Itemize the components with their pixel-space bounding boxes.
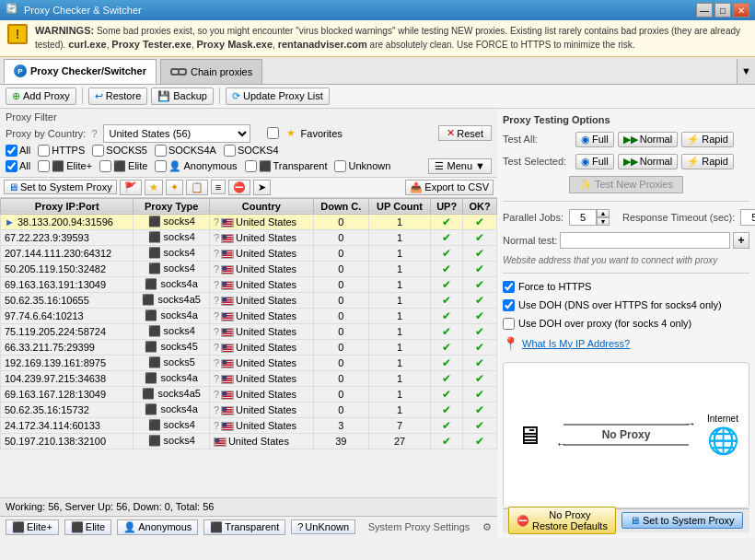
socks5-checkbox[interactable]: SOCKS5 <box>92 145 147 157</box>
filter-section-label: Proxy Filter <box>6 111 57 122</box>
all-checkbox-1[interactable]: All <box>6 145 30 157</box>
update-proxy-button[interactable]: ⟳ Update Proxy List <box>226 88 330 105</box>
test-new-proxies-button[interactable]: ✨ Test New Proxies <box>569 176 683 193</box>
proxy-up-count: 1 <box>369 386 431 402</box>
proxy-ip: 97.74.6.64:10213 <box>1 308 134 323</box>
use-doh-label: Use DOH (DNS over HTTPS for socks4 only) <box>518 299 722 310</box>
no-proxy-restore-btn[interactable]: ⛔ No ProxyRestore Defaults <box>508 507 616 534</box>
table-row[interactable]: 192.169.139.161:8975⬛ socks5? United Sta… <box>1 355 497 370</box>
location-icon: 📍 <box>503 336 518 351</box>
proxy-type: ⬛ socks4 <box>134 261 210 276</box>
proxy-down-count: 0 <box>313 355 368 370</box>
table-row[interactable]: ► 38.133.200.94:31596⬛ socks4? United St… <box>1 214 497 229</box>
elite-bottom-btn[interactable]: ⬛ Elite <box>64 519 111 535</box>
export-csv-button[interactable]: 📤 Export to CSV <box>405 180 494 195</box>
table-row[interactable]: 104.239.97.215:34638⬛ socks4a? United St… <box>1 370 497 386</box>
country-select[interactable]: United States (56) <box>103 124 250 143</box>
anonymous-bottom-btn[interactable]: 👤 Anonymous <box>117 519 198 535</box>
proxy-filter: Proxy Filter Proxy by Country: ? United … <box>0 109 497 178</box>
normal-test-add-btn[interactable]: + <box>733 232 749 249</box>
backup-button[interactable]: 💾 Backup <box>151 88 214 105</box>
close-button[interactable]: ✕ <box>733 3 749 18</box>
doh-proxy-option: Use DOH over proxy (for socks 4 only) <box>503 318 749 330</box>
socks4a-checkbox[interactable]: SOCKS4A <box>155 145 216 157</box>
parallel-down-btn[interactable]: ▼ <box>597 217 610 226</box>
elite-filter[interactable]: ⬛ Elite <box>99 160 147 172</box>
proxy-table-container[interactable]: Proxy IP:Port Proxy Type Country Down C.… <box>0 198 497 497</box>
table-row[interactable]: 50.62.35.16:10655⬛ socks4a5? United Stat… <box>1 292 497 308</box>
test-all-normal-btn[interactable]: ▶▶ Normal <box>618 132 678 147</box>
favorites-checkbox[interactable] <box>267 127 279 139</box>
svg-rect-19 <box>222 256 232 257</box>
elite-plus-bottom-btn[interactable]: ⬛ Elite+ <box>6 519 59 535</box>
elite-plus-filter[interactable]: ⬛ Elite+ <box>38 160 92 172</box>
all-checkbox-2[interactable]: All <box>6 160 30 172</box>
set-system-proxy-button[interactable]: 🖥 Set to System Proxy <box>4 180 117 194</box>
use-doh-checkbox[interactable] <box>503 299 515 311</box>
table-row[interactable]: 69.163.167.128:13049⬛ socks4a5? United S… <box>1 386 497 402</box>
elite-icon: ⬛ <box>71 521 84 533</box>
table-row[interactable]: 50.62.35.16:15732⬛ socks4a? United State… <box>1 402 497 417</box>
warning-icon: ! <box>7 24 28 44</box>
menu-button[interactable]: ☰ Menu ▼ <box>428 158 492 174</box>
proxy-up-status: ✔ <box>431 433 463 449</box>
force-https-checkbox[interactable] <box>503 281 515 293</box>
table-row[interactable]: 97.74.6.64:10213⬛ socks4a? United States… <box>1 308 497 323</box>
proxy-ip: ► 38.133.200.94:31596 <box>1 214 134 229</box>
test-sel-normal-btn[interactable]: ▶▶ Normal <box>618 154 678 169</box>
elite-plus-icon: ⬛ <box>12 521 25 533</box>
table-row[interactable]: 66.33.211.75:29399⬛ socks45? United Stat… <box>1 339 497 355</box>
proxy-country: ? United States <box>209 229 313 245</box>
unknown-filter[interactable]: Unknown <box>334 160 390 172</box>
parallel-up-btn[interactable]: ▲ <box>597 209 610 217</box>
reset-button[interactable]: ✕ Reset <box>438 125 492 141</box>
svg-rect-76 <box>222 376 226 379</box>
parallel-spinner[interactable]: ▲ ▼ <box>569 209 610 226</box>
add-proxy-button[interactable]: ⊕ Add Proxy <box>6 88 76 105</box>
table-row[interactable]: 75.119.205.224:58724⬛ socks4? United Sta… <box>1 323 497 339</box>
list-button[interactable]: ≡ <box>211 180 226 194</box>
tab-proxy-checker[interactable]: P Proxy Checker/Switcher <box>4 59 157 84</box>
maximize-button[interactable]: □ <box>714 3 731 18</box>
svg-rect-46 <box>222 318 232 319</box>
svg-rect-33 <box>222 287 232 288</box>
arrow-button[interactable]: ➤ <box>253 180 271 195</box>
restore-button[interactable]: ↩ Restore <box>88 88 148 105</box>
block-button[interactable]: ⛔ <box>228 180 250 195</box>
minimize-button[interactable]: — <box>696 3 713 18</box>
transparent-bottom-btn[interactable]: ⬛ Transparent <box>203 519 285 535</box>
test-sel-rapid-btn[interactable]: ⚡ Rapid <box>681 154 734 169</box>
anonymous-filter[interactable]: 👤 Anonymous <box>155 160 237 172</box>
proxy-ok-status: ✔ <box>463 386 497 402</box>
transparent-filter[interactable]: ⬛ Transparent <box>245 160 328 172</box>
proxy-ok-status: ✔ <box>463 276 497 292</box>
table-row[interactable]: 50.197.210.138:32100⬛ socks4 United Stat… <box>1 433 497 449</box>
yellow-star-button[interactable]: ✦ <box>166 180 183 195</box>
flag-star-button[interactable]: 🚩 <box>120 180 142 195</box>
set-to-system-proxy-btn[interactable]: 🖥 Set to System Proxy <box>621 512 743 529</box>
proxy-ok-status: ✔ <box>463 245 497 261</box>
copy-button[interactable]: 📋 <box>186 180 208 195</box>
proxy-up-count: 1 <box>369 323 431 339</box>
test-all-full-btn[interactable]: ◉ Full <box>575 132 614 147</box>
response-spinner[interactable]: ▲ ▼ <box>740 209 755 226</box>
response-input[interactable] <box>740 209 755 226</box>
proxy-country: ? United States <box>209 370 313 386</box>
force-https-option: Force to HTTPS <box>503 281 749 293</box>
test-all-rapid-btn[interactable]: ⚡ Rapid <box>681 132 734 147</box>
https-checkbox[interactable]: HTTPS <box>38 145 85 157</box>
parallel-input[interactable] <box>569 209 597 226</box>
table-row[interactable]: 69.163.163.191:13049⬛ socks4a? United St… <box>1 276 497 292</box>
table-row[interactable]: 50.205.119.150:32482⬛ socks4? United Sta… <box>1 261 497 276</box>
tab-dropdown-button[interactable]: ▼ <box>737 59 755 84</box>
test-sel-full-btn[interactable]: ◉ Full <box>575 154 614 169</box>
normal-test-input[interactable] <box>560 232 730 249</box>
table-row[interactable]: 207.144.111.230:64312⬛ socks4? United St… <box>1 245 497 261</box>
table-row[interactable]: 24.172.34.114:60133⬛ socks4? United Stat… <box>1 417 497 433</box>
star-button[interactable]: ★ <box>145 180 163 195</box>
unknown-bottom-btn[interactable]: ? UnKnown <box>291 519 355 534</box>
doh-proxy-checkbox[interactable] <box>503 318 515 330</box>
socks4-checkbox[interactable]: SOCKS4 <box>224 145 279 157</box>
tab-chain-proxies[interactable]: Chain proxies <box>160 59 262 84</box>
table-row[interactable]: 67.22.223.9:39593⬛ socks4? United States… <box>1 229 497 245</box>
